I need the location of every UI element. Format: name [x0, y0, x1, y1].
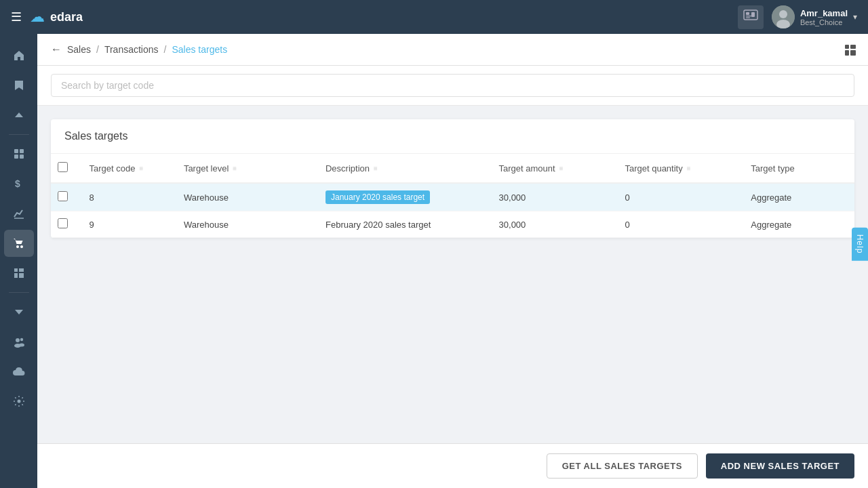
svg-rect-9 [20, 149, 24, 153]
svg-rect-28 [850, 50, 856, 56]
svg-point-22 [20, 338, 22, 341]
chevron-down-icon: ▾ [853, 12, 857, 22]
table-row[interactable]: 8 Warehouse January 2020 sales target 30… [51, 183, 854, 211]
breadcrumb: ← Sales / Transactions / Sales targets [37, 34, 868, 66]
target-level-cell: Warehouse [177, 211, 319, 238]
sidebar-item-users[interactable] [4, 328, 34, 355]
sort-qty-icon[interactable]: ≡ [687, 165, 691, 172]
back-icon[interactable]: ← [51, 43, 62, 56]
sort-amount-icon[interactable]: ≡ [559, 165, 564, 172]
logo-area[interactable]: ☁ edara [30, 8, 83, 26]
table-header: Target code ≡ Target level ≡ [51, 154, 854, 183]
user-name: Amr_kamal [800, 8, 848, 18]
col-target-level-header: Target level ≡ [177, 154, 319, 183]
target-amount-cell: 30,000 [492, 211, 618, 238]
col-description-header: Description ≡ [319, 154, 492, 183]
svg-rect-4 [751, 12, 755, 17]
table-body: 8 Warehouse January 2020 sales target 30… [51, 183, 854, 238]
svg-rect-17 [19, 268, 24, 272]
description-cell: January 2020 sales target [319, 183, 492, 211]
notification-icon[interactable] [738, 5, 764, 29]
svg-point-24 [17, 400, 20, 403]
row-checkbox-cell [51, 211, 82, 238]
svg-rect-0 [744, 10, 757, 20]
sidebar-item-bookmark[interactable] [4, 72, 34, 99]
hamburger-icon[interactable]: ☰ [11, 9, 22, 24]
grid-view-toggle[interactable] [844, 43, 857, 60]
sidebar-item-home[interactable] [4, 42, 34, 69]
sort-code-icon[interactable]: ≡ [139, 165, 143, 172]
description-text: February 2020 sales target [326, 220, 431, 230]
svg-text:$: $ [15, 178, 20, 189]
data-table: Target code ≡ Target level ≡ [51, 154, 854, 238]
col-target-code-header: Target code ≡ [82, 154, 176, 183]
sort-desc-icon[interactable]: ≡ [374, 165, 378, 172]
footer: GET ALL SALES TARGETS ADD NEW SALES TARG… [37, 443, 868, 488]
row-checkbox-1[interactable] [58, 218, 68, 228]
table-row[interactable]: 9 Warehouse February 2020 sales target 3… [51, 211, 854, 238]
sidebar-item-expand-down[interactable] [4, 298, 34, 325]
breadcrumb-sep-1: / [96, 44, 99, 55]
add-new-sales-target-button[interactable]: ADD NEW SALES TARGET [706, 453, 854, 479]
svg-point-20 [16, 338, 20, 342]
navbar-left: ☰ ☁ edara [11, 8, 83, 26]
svg-rect-3 [746, 17, 750, 18]
sidebar-divider-2 [9, 292, 29, 293]
navbar-right: Amr_kamal Best_Choice ▾ [738, 5, 857, 29]
sidebar-item-expand-up[interactable] [4, 102, 34, 129]
description-cell: February 2020 sales target [319, 211, 492, 238]
svg-rect-26 [850, 45, 856, 49]
target-code-cell: 9 [82, 211, 176, 238]
sidebar-item-finance[interactable]: $ [4, 170, 34, 197]
row-checkbox-cell [51, 183, 82, 211]
sidebar-item-grid[interactable] [4, 260, 34, 287]
target-type-cell: Aggregate [744, 211, 854, 238]
row-checkbox-0[interactable] [58, 191, 68, 201]
sidebar-item-reports[interactable] [4, 200, 34, 227]
svg-rect-8 [14, 149, 18, 153]
target-qty-cell: 0 [618, 211, 744, 238]
svg-rect-16 [14, 268, 18, 272]
sidebar-item-inventory[interactable] [4, 140, 34, 167]
table-title: Sales targets [51, 119, 854, 154]
get-all-sales-targets-button[interactable]: GET ALL SALES TARGETS [547, 453, 698, 479]
breadcrumb-transactions[interactable]: Transactions [104, 44, 159, 55]
user-info: Amr_kamal Best_Choice [800, 8, 848, 26]
user-area[interactable]: Amr_kamal Best_Choice ▾ [772, 5, 857, 28]
navbar: ☰ ☁ edara [0, 0, 868, 34]
col-checkbox-header [51, 154, 82, 183]
target-code-cell: 8 [82, 183, 176, 211]
sidebar-item-settings[interactable] [4, 388, 34, 415]
logo-cloud-icon: ☁ [30, 8, 45, 26]
target-qty-cell: 0 [618, 183, 744, 211]
sidebar-item-cloud[interactable] [4, 358, 34, 385]
target-amount-cell: 30,000 [492, 183, 618, 211]
svg-rect-27 [845, 50, 849, 56]
breadcrumb-sales-targets: Sales targets [172, 44, 227, 55]
svg-rect-1 [746, 12, 749, 15]
svg-rect-11 [20, 155, 24, 159]
search-bar-container [37, 66, 868, 106]
target-type-cell: Aggregate [744, 183, 854, 211]
svg-point-23 [19, 344, 24, 347]
svg-rect-2 [746, 16, 751, 16]
svg-point-15 [20, 245, 23, 248]
table-card: Sales targets Target code ≡ [51, 119, 854, 238]
sort-level-icon[interactable]: ≡ [233, 165, 237, 172]
search-input[interactable] [51, 74, 854, 97]
sidebar-item-sales[interactable] [4, 230, 34, 257]
avatar [772, 5, 795, 28]
svg-rect-25 [845, 45, 849, 49]
svg-rect-19 [19, 273, 24, 278]
select-all-checkbox[interactable] [58, 162, 68, 172]
description-highlight: January 2020 sales target [326, 190, 430, 204]
svg-point-14 [16, 245, 19, 248]
sidebar: $ [0, 34, 37, 488]
main-panel: Sales targets Target code ≡ [37, 106, 868, 443]
svg-rect-18 [14, 273, 18, 278]
help-tab[interactable]: Help [852, 228, 868, 261]
main-layout: $ [0, 34, 868, 488]
logo-text: edara [50, 10, 83, 24]
breadcrumb-sales[interactable]: Sales [67, 44, 91, 55]
user-org: Best_Choice [800, 18, 848, 26]
